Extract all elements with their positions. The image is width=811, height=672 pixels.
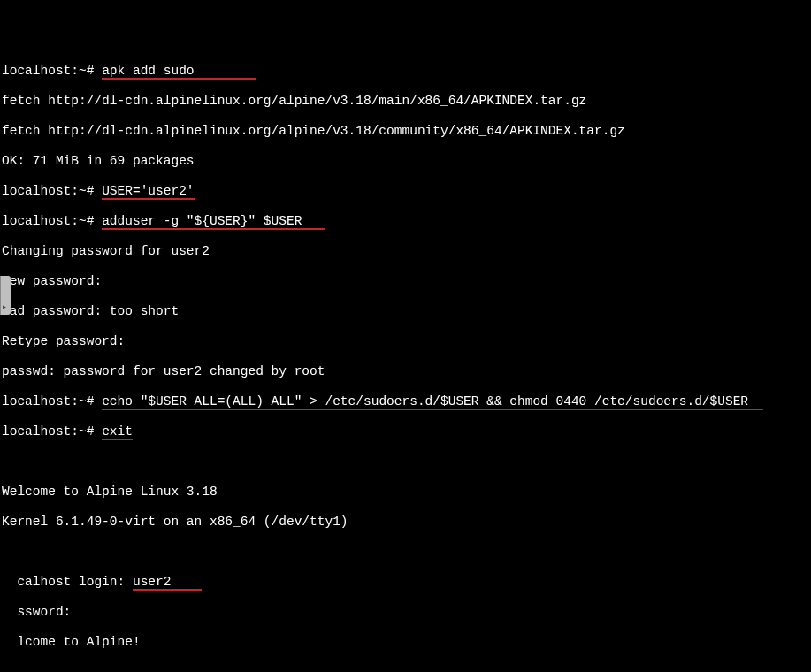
terminal-line: Retype password: [2,334,809,349]
terminal-output: localhost:~# apk add sudo fetch http://d… [0,30,811,672]
terminal-line [2,665,809,672]
terminal-line: localhost:~# apk add sudo [2,64,809,79]
terminal-line: localhost:~# adduser -g "${USER}" $USER [2,214,809,229]
underline-login: user2 [133,575,202,591]
terminal-line: localhost:~# exit [2,424,809,439]
terminal-line: fetch http://dl-cdn.alpinelinux.org/alpi… [2,124,809,139]
terminal-line: Bad password: too short [2,304,809,319]
underline-cmd: apk add sudo [102,64,256,80]
underline-cmd: adduser -g "${USER}" $USER [102,214,325,230]
underline-cmd: USER='user2' [102,184,194,200]
terminal-line: OK: 71 MiB in 69 packages [2,154,809,169]
terminal-line: localhost:~# USER='user2' [2,184,809,199]
side-widget-handle[interactable] [0,276,11,315]
terminal-line: ssword: [2,605,809,620]
terminal-line [2,454,809,470]
terminal-line: Kernel 6.1.49-0-virt on an x86_64 (/dev/… [2,515,809,530]
terminal-line: localhost:~# echo "$USER ALL=(ALL) ALL" … [2,394,809,409]
underline-cmd: exit [102,424,133,440]
terminal-line: passwd: password for user2 changed by ro… [2,364,809,379]
terminal-line: New password: [2,274,809,289]
terminal-line: fetch http://dl-cdn.alpinelinux.org/alpi… [2,94,809,109]
terminal-line [2,545,809,560]
terminal-line: lcome to Alpine! [2,635,809,650]
terminal-line: calhost login: user2 [2,575,809,590]
underline-cmd: echo "$USER ALL=(ALL) ALL" > /etc/sudoer… [102,394,763,410]
terminal-line: Welcome to Alpine Linux 3.18 [2,485,809,500]
terminal-line: Changing password for user2 [2,244,809,259]
